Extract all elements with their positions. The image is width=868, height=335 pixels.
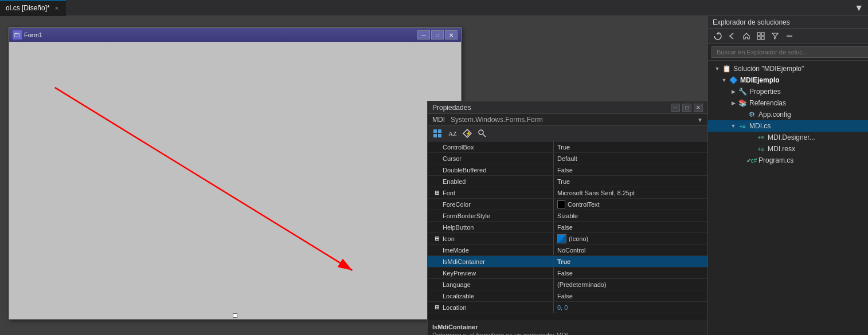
svg-rect-3 xyxy=(438,129,441,133)
tree-item-program-cs[interactable]: ✔c# Program.cs xyxy=(708,155,868,166)
form-minimize-button[interactable]: ─ xyxy=(417,30,430,40)
prop-row-cursor[interactable]: Cursor Default xyxy=(428,153,707,164)
properties-panel: Propiedades ─ □ ✕ MDI System.Windows.For… xyxy=(427,101,707,335)
solution-explorer: Explorador de soluciones xyxy=(707,16,868,335)
tree-item-project[interactable]: ▼ 🔷 MDIEjemplo xyxy=(708,74,868,86)
appconfig-icon: ⚙ xyxy=(747,110,756,119)
svg-text:⚡: ⚡ xyxy=(466,131,471,136)
se-title-label: Explorador de soluciones xyxy=(713,18,790,26)
se-tree: ▼ 📋 Solución "MDIEjemplo" ▼ 🔷 MDIEjemplo… xyxy=(708,61,868,335)
props-events-button[interactable]: ⚡ xyxy=(461,128,474,139)
prop-row-language[interactable]: Language (Predeterminado) xyxy=(428,279,707,290)
expand-mdi-cs-icon: ▼ xyxy=(729,121,738,131)
tree-label-mdi-cs: MDI.cs xyxy=(749,122,771,130)
tab-label: ol.cs [Diseño]* xyxy=(6,4,50,12)
tree-label-mdi-resx: MDI.resx xyxy=(768,145,795,153)
prop-row-controlbox[interactable]: ControlBox True xyxy=(428,141,707,153)
props-close-button[interactable]: ✕ xyxy=(694,104,703,112)
props-dropdown-arrow-icon[interactable]: ▼ xyxy=(697,117,703,123)
props-pin-button[interactable]: ─ xyxy=(671,104,680,112)
resize-handle[interactable] xyxy=(233,313,237,318)
program-cs-icon: ✔c# xyxy=(747,156,756,165)
tree-label-appconfig: App.config xyxy=(758,111,791,119)
tab-dropdown[interactable]: ▼ xyxy=(850,3,868,13)
se-title-bar: Explorador de soluciones xyxy=(708,16,868,29)
tree-item-references[interactable]: ▶ 📚 Referencias xyxy=(708,97,868,109)
props-alphabetical-button[interactable]: AZ xyxy=(446,128,459,139)
tab-active[interactable]: ol.cs [Diseño]* × xyxy=(0,0,66,16)
tree-item-solution[interactable]: ▼ 📋 Solución "MDIEjemplo" xyxy=(708,63,868,74)
form-maximize-button[interactable]: □ xyxy=(431,30,444,40)
status-prop-desc: Determina si el formulario es un contene… xyxy=(432,332,703,335)
props-object-type: System.Windows.Forms.Form xyxy=(451,116,543,124)
svg-line-10 xyxy=(483,135,486,137)
tree-item-properties[interactable]: ▶ 🔧 Properties xyxy=(708,86,868,97)
tree-item-mdi-resx[interactable]: +≡ MDI.resx xyxy=(708,143,868,155)
tree-item-mdi-designer[interactable]: +≡ MDI.Designer... xyxy=(708,132,868,143)
prop-row-imemode[interactable]: ImeMode NoControl xyxy=(428,245,707,256)
svg-rect-14 xyxy=(757,37,760,40)
prop-row-keypreview[interactable]: KeyPreview False xyxy=(428,267,707,279)
svg-rect-2 xyxy=(433,129,437,133)
props-categorized-button[interactable] xyxy=(431,128,444,139)
prop-expand-controlbox xyxy=(432,143,441,152)
prop-row-formborderstyle[interactable]: FormBorderStyle Sizable xyxy=(428,210,707,222)
svg-rect-15 xyxy=(761,37,764,40)
form-window: 🗔 Form1 ─ □ ✕ xyxy=(9,27,462,320)
form-close-button[interactable]: ✕ xyxy=(445,30,458,40)
tree-label-references: Referencias xyxy=(749,99,786,107)
prop-row-location[interactable]: ⊞ Location 0, 0 xyxy=(428,302,707,313)
se-toolbar xyxy=(708,29,868,44)
prop-row-enabled[interactable]: Enabled True xyxy=(428,176,707,187)
prop-expand-icon-icon[interactable]: ⊞ xyxy=(432,234,441,243)
tab-bar: ol.cs [Diseño]* × ▼ xyxy=(0,0,868,16)
mdi-designer-icon: +≡ xyxy=(756,133,765,142)
tree-item-appconfig[interactable]: ⚙ App.config xyxy=(708,109,868,120)
se-expand-button[interactable] xyxy=(754,30,767,42)
se-search-row xyxy=(708,44,868,61)
tab-close-icon[interactable]: × xyxy=(53,4,60,12)
prop-row-doublebuffered[interactable]: DoubleBuffered False xyxy=(428,164,707,176)
props-status-bar: IsMdiContainer Determina si el formulari… xyxy=(428,321,707,335)
prop-row-font[interactable]: ⊞ Font Microsoft Sans Serif, 8.25pt xyxy=(428,187,707,199)
se-search-input[interactable] xyxy=(711,46,868,58)
tree-label-properties: Properties xyxy=(749,88,781,96)
tree-item-mdi-cs[interactable]: ▼ +≡ MDI.cs xyxy=(708,120,868,132)
forecolor-swatch xyxy=(557,200,565,208)
form-title-text: Form1 xyxy=(24,31,415,38)
svg-rect-4 xyxy=(433,134,437,137)
props-toolbar: AZ ⚡ xyxy=(428,126,707,141)
prop-expand-font-icon[interactable]: ⊞ xyxy=(432,188,441,198)
references-icon: 📚 xyxy=(738,98,747,108)
svg-rect-5 xyxy=(438,134,441,137)
props-search-button[interactable] xyxy=(476,128,488,139)
expand-appconfig-icon xyxy=(738,110,747,119)
se-home-button[interactable] xyxy=(740,30,753,42)
form-body xyxy=(9,42,461,319)
props-title-controls: ─ □ ✕ xyxy=(671,104,703,112)
prop-expand-location-icon[interactable]: ⊞ xyxy=(432,303,441,312)
prop-row-forecolor[interactable]: ForeColor ControlText xyxy=(428,199,707,210)
se-refresh-button[interactable] xyxy=(711,30,724,42)
expand-mdi-designer-icon xyxy=(747,133,756,142)
prop-row-helpbutton[interactable]: HelpButton False xyxy=(428,222,707,233)
form-controls: ─ □ ✕ xyxy=(417,30,458,40)
se-collapse-button[interactable] xyxy=(783,30,796,42)
se-filter-button[interactable] xyxy=(769,30,781,42)
props-float-button[interactable]: □ xyxy=(682,104,691,112)
tree-label-program-cs: Program.cs xyxy=(758,156,793,164)
props-title-label: Propiedades xyxy=(432,104,471,112)
svg-point-9 xyxy=(479,130,483,135)
prop-name-font: Font xyxy=(443,190,455,196)
props-object-name: MDI xyxy=(432,116,445,124)
props-title-bar: Propiedades ─ □ ✕ xyxy=(428,101,707,114)
expand-mdi-resx-icon xyxy=(747,144,756,153)
se-back-button[interactable] xyxy=(726,30,738,42)
prop-row-ismdicontainer[interactable]: IsMdiContainer True xyxy=(428,256,707,267)
props-object-line: MDI System.Windows.Forms.Form ▼ xyxy=(428,114,707,126)
prop-row-icon[interactable]: ⊞ Icon (Icono) xyxy=(428,233,707,245)
solution-icon: 📋 xyxy=(722,64,731,73)
tree-label-project: MDIEjemplo xyxy=(740,76,780,84)
svg-line-1 xyxy=(55,88,353,270)
prop-row-localizable[interactable]: Localizable False xyxy=(428,290,707,302)
